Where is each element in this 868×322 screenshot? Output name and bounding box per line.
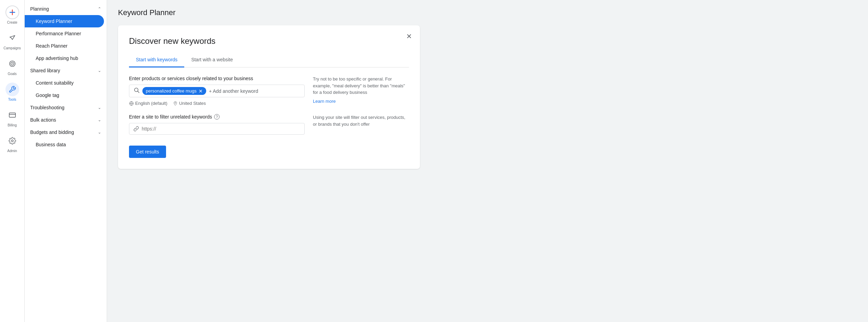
sidebar-item-content-suitability[interactable]: Content suitability — [25, 77, 104, 89]
main-content: Keyword Planner ✕ Discover new keywords … — [107, 0, 868, 322]
keyword-chip: personalized coffee mugs ✕ — [142, 87, 206, 95]
sidebar-item-google-tag[interactable]: Google tag — [25, 89, 104, 101]
shared-library-header[interactable]: Shared library ⌄ — [25, 64, 107, 77]
shared-library-chevron-icon: ⌄ — [98, 68, 101, 73]
svg-point-4 — [12, 63, 13, 64]
help-icon[interactable]: ? — [214, 114, 220, 120]
billing-label: Billing — [8, 123, 17, 127]
icon-bar: Create Campaigns Goals Tools — [0, 0, 25, 322]
sidebar-item-keyword-planner[interactable]: Keyword Planner — [25, 15, 104, 27]
planning-section-header[interactable]: Planning ⌃ — [25, 3, 107, 15]
tab-start-with-keywords[interactable]: Start with keywords — [129, 53, 184, 67]
goals-icon — [5, 57, 19, 71]
keyword-search-box[interactable]: personalized coffee mugs ✕ — [129, 85, 305, 97]
svg-point-7 — [11, 140, 13, 142]
svg-rect-5 — [9, 113, 15, 117]
budgets-bidding-header[interactable]: Budgets and bidding ⌄ — [25, 126, 107, 138]
campaigns-nav[interactable]: Campaigns — [1, 28, 23, 53]
sidebar-item-reach-planner[interactable]: Reach Planner — [25, 40, 104, 52]
admin-label: Admin — [7, 149, 17, 153]
campaigns-icon — [5, 31, 19, 45]
troubleshooting-chevron-icon: ⌄ — [98, 105, 101, 110]
country-selector[interactable]: United States — [173, 101, 206, 106]
tools-icon — [5, 83, 19, 96]
url-input-box[interactable] — [129, 123, 305, 135]
tools-nav[interactable]: Tools — [1, 80, 23, 104]
url-input[interactable] — [142, 126, 300, 132]
learn-more-link[interactable]: Learn more — [313, 98, 409, 105]
campaigns-label: Campaigns — [3, 46, 21, 50]
sidebar: Planning ⌃ Keyword Planner Performance P… — [25, 0, 107, 322]
add-keyword-input[interactable] — [209, 88, 300, 94]
billing-icon — [5, 108, 19, 122]
sidebar-item-business-data[interactable]: Business data — [25, 138, 104, 151]
bulk-actions-chevron-icon: ⌄ — [98, 117, 101, 122]
sidebar-item-app-advertising[interactable]: App advertising hub — [25, 52, 104, 64]
create-button[interactable]: Create — [1, 3, 23, 27]
keywords-left: Enter products or services closely relat… — [129, 76, 305, 106]
keywords-section: Enter products or services closely relat… — [129, 76, 409, 106]
admin-nav[interactable]: Admin — [1, 131, 23, 156]
keywords-label: Enter products or services closely relat… — [129, 76, 305, 81]
admin-icon — [5, 134, 19, 148]
planning-chevron-icon: ⌃ — [98, 7, 101, 11]
troubleshooting-header[interactable]: Troubleshooting ⌄ — [25, 101, 107, 114]
create-label: Create — [7, 21, 17, 24]
create-icon — [5, 5, 19, 19]
language-selector[interactable]: English (default) — [129, 101, 167, 106]
site-filter-label: Enter a site to filter unrelated keyword… — [129, 114, 305, 120]
billing-nav[interactable]: Billing — [1, 106, 23, 130]
budgets-bidding-chevron-icon: ⌄ — [98, 130, 101, 135]
sidebar-item-performance-planner[interactable]: Performance Planner — [25, 27, 104, 40]
bulk-actions-header[interactable]: Bulk actions ⌄ — [25, 114, 107, 126]
tools-label: Tools — [8, 98, 16, 101]
site-filter-section: Enter a site to filter unrelated keyword… — [129, 114, 409, 135]
svg-point-10 — [175, 102, 176, 103]
discover-keywords-card: ✕ Discover new keywords Start with keywo… — [118, 25, 420, 169]
tabs: Start with keywords Start with a website — [129, 53, 409, 67]
close-button[interactable]: ✕ — [403, 31, 414, 42]
svg-line-9 — [138, 91, 139, 92]
locale-row: English (default) United States — [129, 101, 305, 106]
chip-close-icon[interactable]: ✕ — [199, 89, 203, 94]
site-filter-left: Enter a site to filter unrelated keyword… — [129, 114, 305, 135]
card-title: Discover new keywords — [129, 36, 409, 46]
keywords-hint: Try not to be too specific or general. F… — [313, 76, 409, 106]
tab-start-with-website[interactable]: Start with a website — [184, 53, 239, 67]
search-icon — [133, 87, 140, 95]
site-filter-hint: Using your site will filter out services… — [313, 114, 409, 135]
goals-label: Goals — [8, 72, 16, 76]
link-icon — [133, 126, 139, 132]
goals-nav[interactable]: Goals — [1, 54, 23, 78]
page-title: Keyword Planner — [118, 8, 857, 17]
get-results-button[interactable]: Get results — [129, 146, 166, 158]
